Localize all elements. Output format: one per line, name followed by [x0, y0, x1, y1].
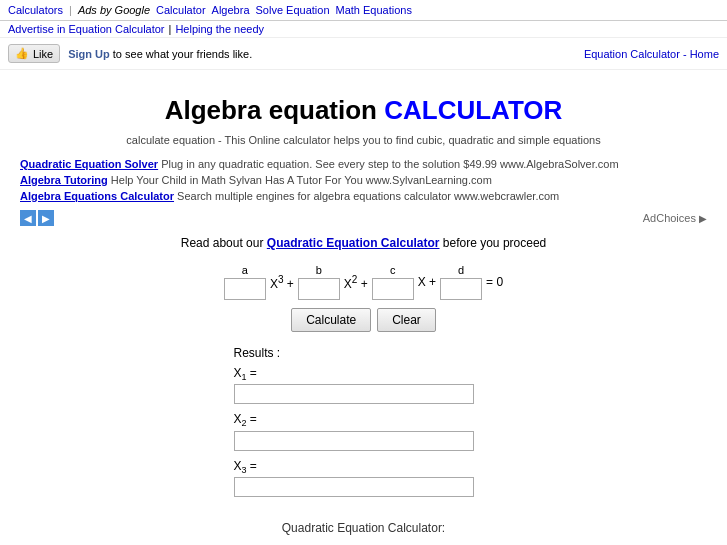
helping-link[interactable]: Helping the needy: [175, 23, 264, 35]
quadratic-calc-link[interactable]: Quadratic Equation Calculator: [267, 236, 440, 250]
subnav-sep: |: [169, 23, 172, 35]
page-title: Algebra equation CALCULATOR: [20, 95, 707, 126]
thumb-icon: 👍: [15, 47, 29, 60]
equation-row: a X3 + b X2 + c X + d = 0: [20, 264, 707, 300]
x1-text: X +: [418, 275, 436, 289]
ad-link-text-1: Plug in any quadratic equation. See ever…: [161, 158, 618, 170]
ad-link-3[interactable]: Algebra Equations Calculator: [20, 190, 174, 202]
arrow-left-btn[interactable]: ◀: [20, 210, 36, 226]
ad-link-text-3: Search multiple engines for algebra equa…: [177, 190, 559, 202]
ad-links: Quadratic Equation Solver Plug in any qu…: [20, 158, 707, 202]
result-input-x1[interactable]: [234, 384, 474, 404]
title-part2: CALCULATOR: [384, 95, 562, 125]
result-row-x2: X2 =: [234, 412, 494, 450]
result-row-x3: X3 =: [234, 459, 494, 497]
ad-link-row-3: Algebra Equations Calculator Search mult…: [20, 190, 707, 202]
footer-text: Quadratic Equation Calculator:: [20, 521, 707, 535]
ad-choices-bar: ◀ ▶ AdChoices ▶: [20, 210, 707, 226]
input-d[interactable]: [440, 278, 482, 300]
results-title: Results :: [234, 346, 494, 360]
advertise-link[interactable]: Advertise in Equation Calculator: [8, 23, 165, 35]
fb-like-button[interactable]: 👍 Like: [8, 44, 60, 63]
ad-link-row-1: Quadratic Equation Solver Plug in any qu…: [20, 158, 707, 170]
ad-link-text-2: Help Your Child in Math Sylvan Has A Tut…: [111, 174, 492, 186]
btn-row: Calculate Clear: [20, 308, 707, 332]
read-about: Read about our Quadratic Equation Calcul…: [20, 236, 707, 250]
label-d: d: [458, 264, 464, 276]
fb-signup-link[interactable]: Sign Up: [68, 48, 110, 60]
ad-link-2[interactable]: Algebra Tutoring: [20, 174, 108, 186]
coeff-b-group: b: [298, 264, 340, 300]
like-label: Like: [33, 48, 53, 60]
calc-section: Read about our Quadratic Equation Calcul…: [20, 236, 707, 535]
adchoices-text: AdChoices ▶: [643, 212, 707, 224]
subtitle: calculate equation - This Online calcula…: [20, 134, 707, 146]
nav-arrows: ◀ ▶: [20, 210, 54, 226]
fb-signup-text: Sign Up to see what your friends like.: [68, 48, 252, 60]
coeff-a-group: a: [224, 264, 266, 300]
clear-button[interactable]: Clear: [377, 308, 436, 332]
ad-link-1[interactable]: Quadratic Equation Solver: [20, 158, 158, 170]
ads-by-google: Ads by Google: [78, 4, 150, 16]
result-input-x3[interactable]: [234, 477, 474, 497]
sub-nav: Advertise in Equation Calculator | Helpi…: [0, 21, 727, 38]
result-row-x1: X1 =: [234, 366, 494, 404]
fb-signup-suffix: to see what your friends like.: [110, 48, 252, 60]
coeff-c-group: c: [372, 264, 414, 300]
nav-calculator[interactable]: Calculator: [156, 4, 206, 16]
fb-home-link: Equation Calculator - Home: [584, 48, 719, 60]
x3-text: X3 +: [270, 274, 294, 291]
input-a[interactable]: [224, 278, 266, 300]
fb-left: 👍 Like Sign Up to see what your friends …: [8, 44, 252, 63]
top-nav: Calculators | Ads by Google Calculator A…: [0, 0, 727, 21]
read-about-prefix: Read about our: [181, 236, 267, 250]
nav-algebra[interactable]: Algebra: [212, 4, 250, 16]
arrow-right-btn[interactable]: ▶: [38, 210, 54, 226]
input-b[interactable]: [298, 278, 340, 300]
nav-math-equations[interactable]: Math Equations: [336, 4, 412, 16]
fb-bar: 👍 Like Sign Up to see what your friends …: [0, 38, 727, 70]
result-label-x3: X3 =: [234, 459, 494, 475]
main-content: Algebra equation CALCULATOR calculate eq…: [0, 70, 727, 545]
nav-solve-equation[interactable]: Solve Equation: [256, 4, 330, 16]
result-input-x2[interactable]: [234, 431, 474, 451]
adchoices-label: AdChoices: [643, 212, 696, 224]
ad-link-row-2: Algebra Tutoring Help Your Child in Math…: [20, 174, 707, 186]
result-label-x1: X1 =: [234, 366, 494, 382]
nav-calculators[interactable]: Calculators: [8, 4, 63, 16]
result-label-x2: X2 =: [234, 412, 494, 428]
nav-sep1: |: [69, 4, 72, 16]
coeff-d-group: d: [440, 264, 482, 300]
title-part1: Algebra equation: [165, 95, 385, 125]
results-section: Results : X1 = X2 = X3 =: [234, 346, 494, 505]
adchoices-icon: ▶: [699, 213, 707, 224]
x2-text: X2 +: [344, 274, 368, 291]
label-b: b: [316, 264, 322, 276]
input-c[interactable]: [372, 278, 414, 300]
calculate-button[interactable]: Calculate: [291, 308, 371, 332]
label-a: a: [242, 264, 248, 276]
label-c: c: [390, 264, 396, 276]
home-link[interactable]: Equation Calculator - Home: [584, 48, 719, 60]
equals-text: = 0: [486, 275, 503, 289]
read-about-suffix: before you proceed: [440, 236, 547, 250]
